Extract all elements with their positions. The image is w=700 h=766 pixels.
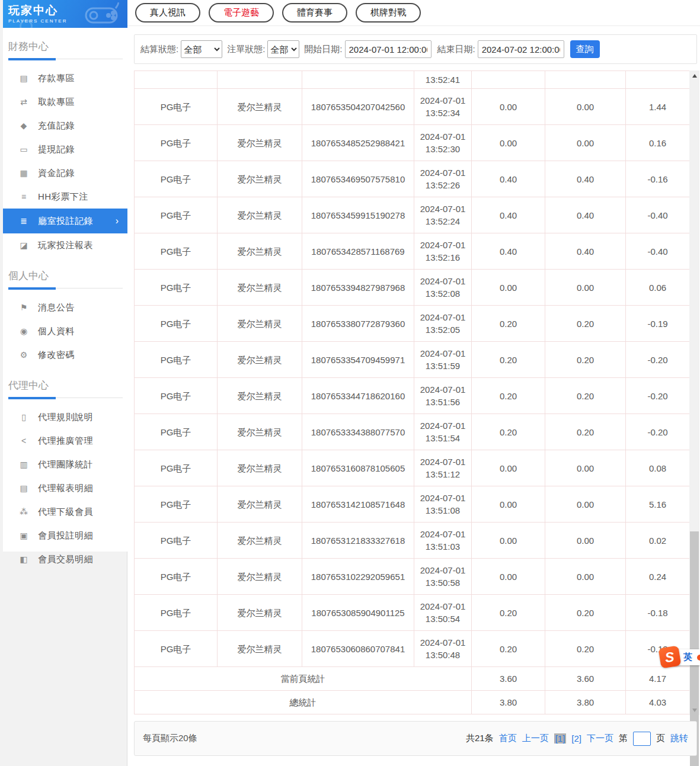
first-page-link[interactable]: 首页	[499, 733, 517, 744]
prev-page-link[interactable]: 上一页	[522, 733, 549, 744]
cell-valid-bet: 0.00	[545, 450, 626, 486]
page-link-2[interactable]: [2]	[571, 733, 581, 743]
query-button[interactable]: 查詢	[570, 40, 600, 58]
cell-provider: PG电子	[135, 450, 218, 486]
chevron-right-icon: ›	[116, 216, 119, 226]
cell-bet-amount: 0.40	[472, 233, 545, 270]
sidebar-item-deposit-zone[interactable]: ▤ 存款專區	[3, 66, 127, 90]
sidebar-item-label: 代理報表明細	[38, 483, 93, 494]
sidebar-item-withdraw-zone[interactable]: ⇄ 取款專區	[3, 90, 127, 114]
cell-bet-amount: 0.00	[472, 125, 545, 161]
page-size-text: 每頁顯示20條	[143, 733, 197, 744]
end-date-label: 結束日期:	[437, 44, 475, 55]
sidebar-item-change-password[interactable]: ⚙ 修改密碼	[3, 343, 127, 367]
tab-sports-events[interactable]: 體育賽事	[282, 3, 347, 23]
section-label: 財務中心	[3, 36, 127, 58]
cell-game: 爱尔兰精灵	[218, 378, 302, 414]
cell-game: 爱尔兰精灵	[218, 523, 302, 559]
ime-language-widget[interactable]: 英 S	[660, 647, 700, 668]
cell-provider: PG电子	[135, 523, 218, 559]
cell-order-id: 1807653469507575810	[302, 161, 414, 197]
cell-game: 爱尔兰精灵	[218, 559, 302, 595]
sidebar-item-agent-rules[interactable]: ▯ 代理規則說明	[3, 405, 127, 429]
agent-sub-members-icon: ⁂	[18, 507, 29, 517]
sidebar-item-announcements[interactable]: ⚑ 消息公告	[3, 296, 127, 319]
cell-game: 爱尔兰精灵	[218, 233, 302, 270]
summary-row: 總統計 3.80 3.80 4.03	[135, 691, 690, 714]
table-row: PG电子 爱尔兰精灵 1807653102292059651 2024-07-0…	[135, 559, 690, 595]
jump-button[interactable]: 跳转	[670, 733, 688, 744]
withdraw-zone-icon: ⇄	[18, 97, 29, 107]
jump-page-input[interactable]	[633, 732, 651, 746]
cell-provider: PG电子	[135, 486, 218, 523]
cell-datetime: 2024-07-01 13:52:26	[414, 161, 472, 197]
sidebar-item-agent-promotion[interactable]: < 代理推廣管理	[3, 429, 127, 453]
pagination-bar: 每頁顯示20條 共21条 首页 上一页 [1] [2] 下一页 第 页 跳转	[134, 721, 697, 756]
sidebar-item-member-transaction-details[interactable]: ◧ 會員交易明細	[3, 547, 127, 571]
cell-game: 爱尔兰精灵	[218, 450, 302, 486]
order-status-select[interactable]: 全部	[267, 40, 299, 58]
cell-provider: PG电子	[135, 414, 218, 450]
cell-datetime: 2024-07-01 13:51:03	[414, 523, 472, 559]
sidebar-item-agent-sub-members[interactable]: ⁂ 代理下級會員	[3, 500, 127, 524]
vertical-scrollbar[interactable]	[689, 70, 699, 715]
cell-datetime: 2024-07-01 13:51:08	[414, 486, 472, 523]
sidebar-card: 玩家中心 PLAYERS CENTER 財務中心 ▤ 存款專區 ⇄ 取款專區 ◆…	[3, 0, 127, 552]
app-title: 玩家中心	[8, 3, 127, 18]
cell-datetime: 2024-07-01 13:51:54	[414, 414, 472, 450]
table-row: PG电子 爱尔兰精灵 1807653354709459971 2024-07-0…	[135, 342, 690, 378]
cell-order-id: 1807653485252988421	[302, 125, 414, 161]
summary-valid: 3.80	[545, 691, 626, 714]
sidebar-item-recharge-records[interactable]: ◆ 充值記錄	[3, 114, 127, 137]
cell-win-loss: 0.24	[626, 559, 690, 595]
change-password-icon: ⚙	[18, 350, 29, 360]
sidebar-item-label: 充值記錄	[38, 120, 75, 132]
sidebar-item-agent-report-details[interactable]: ▤ 代理報表明細	[3, 476, 127, 500]
scroll-up-arrow[interactable]	[689, 70, 699, 81]
page-link-1[interactable]: [1]	[554, 733, 567, 743]
end-date-input[interactable]	[478, 40, 564, 58]
sidebar-item-hh-lottery-bets[interactable]: ≡ HH彩票下注	[3, 185, 127, 209]
tab-board-card-games[interactable]: 棋牌對戰	[356, 3, 421, 23]
sidebar-item-label: 取款專區	[38, 97, 75, 108]
sidebar-item-player-bet-report[interactable]: ◪ 玩家投注報表	[3, 233, 127, 257]
table-row: PG电子 爱尔兰精灵 1807653060860707841 2024-07-0…	[135, 631, 690, 667]
cell-valid-bet: 0.40	[545, 233, 626, 270]
cell-valid-bet: 0.00	[545, 523, 626, 559]
next-page-link[interactable]: 下一页	[587, 733, 613, 744]
cell-game: 爱尔兰精灵	[218, 595, 302, 631]
table-row: PG电子 爱尔兰精灵 1807653085904901125 2024-07-0…	[135, 595, 690, 631]
cell-datetime: 2024-07-01 13:52:05	[414, 306, 472, 342]
start-date-label: 開始日期:	[304, 44, 342, 55]
cell-bet-amount: 0.00	[472, 270, 545, 306]
ime-language-label: 英	[683, 652, 692, 663]
cell-order-id: 1807653354709459971	[302, 342, 414, 378]
cell-win-loss: -0.20	[626, 342, 690, 378]
total-count-text: 共21条	[466, 733, 494, 744]
scroll-down-arrow[interactable]	[689, 705, 699, 715]
tab-live-video[interactable]: 真人視訊	[135, 3, 200, 23]
cell-provider: PG电子	[135, 342, 218, 378]
sidebar-item-label: 代理團隊統計	[38, 459, 93, 470]
sidebar-item-member-bet-details[interactable]: ▣ 會員投註明細	[3, 524, 127, 547]
cell-datetime: 2024-07-01 13:50:58	[414, 559, 472, 595]
sidebar-item-hall-bet-records[interactable]: ≣ 廳室投註記錄 ›	[3, 209, 127, 233]
announcements-icon: ⚑	[18, 303, 29, 312]
tab-electronic-games[interactable]: 電子遊藝	[209, 3, 274, 23]
cell-provider: PG电子	[135, 125, 218, 161]
withdrawal-records-icon: ▭	[18, 145, 29, 154]
sidebar-item-agent-team-stats[interactable]: ▥ 代理團隊統計	[3, 453, 127, 476]
sidebar-item-withdrawal-records[interactable]: ▭ 提現記錄	[3, 137, 127, 161]
start-date-input[interactable]	[345, 40, 431, 58]
cell-datetime: 2024-07-01 13:51:56	[414, 378, 472, 414]
sidebar-item-profile[interactable]: ◉ 個人資料	[3, 319, 127, 343]
cell-valid-bet: 0.00	[545, 270, 626, 306]
settle-status-select[interactable]: 全部	[181, 40, 222, 58]
cell-valid-bet: 0.20	[545, 306, 626, 342]
cell-valid-bet: 0.20	[545, 378, 626, 414]
hall-bet-records-icon: ≣	[18, 216, 29, 226]
table-row: PG电子 爱尔兰精灵 1807653380772879360 2024-07-0…	[135, 306, 690, 342]
table-row: PG电子 爱尔兰精灵 1807653334388077570 2024-07-0…	[135, 414, 690, 450]
jump-prefix-label: 第	[619, 733, 628, 744]
sidebar-item-funds-records[interactable]: ▦ 資金記錄	[3, 161, 127, 185]
